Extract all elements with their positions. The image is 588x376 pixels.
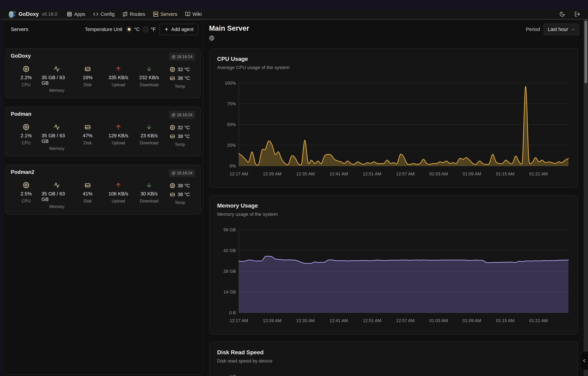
arrow-up-icon: [115, 66, 122, 72]
servers-panel-header: Servers Temperature Unit °C °F Add agent: [3, 21, 203, 35]
page-title: Main Server: [209, 24, 579, 32]
temp-label: Temp: [175, 142, 185, 147]
upload-label: Upload: [112, 198, 125, 203]
nav-item-config[interactable]: Config: [93, 11, 115, 17]
chart-title: Disk Read Speed: [209, 349, 577, 356]
moon-icon[interactable]: [559, 11, 565, 17]
period-control: Period Last hour: [526, 24, 579, 35]
download-value: 23 KB/s: [141, 133, 158, 138]
server-card-podman2[interactable]: Podman2 @ 16:16:24 2.5% CPU 35 GB / 63 G…: [5, 165, 201, 214]
memory-value: 35 GB / 63 GB: [42, 133, 72, 144]
celsius-radio[interactable]: °C: [126, 26, 140, 32]
disk-read-speed-chart[interactable]: 1/2MB/s12:17 AM12:26 AM12:35 AM12:41 AM1…: [209, 370, 577, 376]
upload-value: 106 KB/s: [108, 191, 128, 197]
chevron-left-icon: [582, 358, 587, 363]
memory-usage-chart[interactable]: 56 GB42 GB28 GB14 GB0 B12:17 AM12:26 AM1…: [209, 223, 577, 334]
period-select[interactable]: Last hour: [544, 24, 579, 35]
svg-text:56 GB: 56 GB: [223, 227, 236, 232]
cpu-icon: [170, 183, 175, 188]
cpu-temp-value: 32 °C: [178, 125, 190, 130]
card-header: GoDoxy @ 16:16:24: [11, 53, 195, 61]
hard-drive-icon: [85, 66, 91, 72]
upload-value: 335 KB/s: [108, 75, 128, 80]
disk-temp-value: 38 °C: [178, 192, 190, 197]
nav-label: Routes: [130, 11, 145, 17]
server-card-godoxy[interactable]: GoDoxy @ 16:16:24 2.2% CPU 35 GB / 63 GB…: [5, 49, 201, 98]
disk-temp-row: 38 °C: [170, 133, 190, 140]
nav-item-wiki[interactable]: Wiki: [185, 11, 202, 17]
radio-selected-icon[interactable]: [126, 26, 132, 32]
server-card-podman[interactable]: Podman @ 16:16:24 2.1% CPU 35 GB / 63 GB…: [5, 107, 201, 156]
hard-drive-icon: [85, 182, 91, 188]
server-detail-panel: Main Server Period Last hour CPU Usage A…: [203, 20, 588, 376]
arrow-up-icon: [115, 182, 122, 188]
upload-value: 129 KB/s: [108, 133, 128, 138]
temperature-unit-label: Temperature Unit: [85, 27, 122, 32]
cpu-usage-chart[interactable]: 100%75%50%25%0%12:17 AM12:26 AM12:35 AM1…: [209, 76, 577, 188]
server-stats: 2.5% CPU 35 GB / 63 GB Memory 41% Disk: [11, 182, 195, 209]
hard-drive-icon: [170, 75, 175, 81]
svg-text:25%: 25%: [227, 143, 236, 148]
book-icon: [185, 11, 191, 17]
nav-item-apps[interactable]: Apps: [67, 11, 85, 17]
plus-icon: [164, 27, 169, 32]
stat-disk: 16% Disk: [72, 66, 103, 93]
disk-label: Disk: [84, 198, 92, 203]
nav-item-routes[interactable]: Routes: [122, 11, 145, 17]
vertical-scrollbar[interactable]: [584, 20, 588, 376]
disk-label: Disk: [84, 82, 92, 87]
logout-icon[interactable]: [575, 11, 580, 17]
fahrenheit-radio[interactable]: °F: [143, 26, 156, 32]
temp-label: Temp: [175, 200, 185, 205]
cpu-temp-value: 38 °C: [178, 183, 190, 188]
memory-label: Memory: [49, 204, 64, 209]
activity-icon: [53, 124, 60, 130]
svg-text:42 GB: 42 GB: [223, 248, 236, 253]
cpu-icon: [23, 182, 29, 188]
globe-icon[interactable]: [209, 35, 214, 41]
cpu-label: CPU: [22, 140, 31, 145]
period-value: Last hour: [548, 27, 568, 32]
svg-text:01:21 AM: 01:21 AM: [529, 171, 548, 176]
panel-collapse-handle[interactable]: [580, 351, 588, 370]
add-agent-button[interactable]: Add agent: [160, 24, 198, 35]
server-name: Podman2: [11, 169, 34, 175]
disk-label: Disk: [84, 140, 92, 145]
temperature-unit-control: Temperature Unit °C °F: [85, 26, 156, 32]
scrollbar-thumb[interactable]: [585, 21, 587, 83]
stat-cpu: 2.2% CPU: [11, 66, 42, 93]
stat-download: 23 KB/s Download: [134, 124, 164, 151]
nav-item-servers[interactable]: Servers: [153, 11, 177, 17]
cpu-temp-row: 38 °C: [170, 182, 190, 189]
chart-subtitle: Memory usage of the system: [209, 212, 577, 217]
disk-value: 16%: [83, 75, 93, 80]
svg-text:01:15 AM: 01:15 AM: [496, 318, 514, 323]
stat-cpu: 2.5% CPU: [11, 182, 42, 209]
code-icon: [93, 11, 98, 17]
svg-text:01:03 AM: 01:03 AM: [429, 171, 448, 176]
chart-title: Memory Usage: [209, 202, 577, 209]
brand[interactable]: GoDoxy v0.18.0: [8, 10, 57, 18]
charts-column: CPU Usage Average CPU usage of the syste…: [209, 48, 579, 376]
svg-text:12:35 AM: 12:35 AM: [296, 318, 315, 323]
stat-temp: 32 °C 38 °C Temp: [165, 66, 195, 93]
stat-memory: 35 GB / 63 GB Memory: [42, 182, 72, 209]
memory-label: Memory: [49, 88, 64, 93]
stat-upload: 106 KB/s Upload: [103, 182, 134, 209]
period-label: Period: [526, 27, 540, 32]
nav-label: Apps: [74, 11, 85, 17]
stat-upload: 129 KB/s Upload: [103, 124, 134, 151]
radio-unselected-icon[interactable]: [143, 26, 149, 32]
svg-text:1/2: 1/2: [230, 374, 236, 376]
hard-drive-icon: [170, 192, 175, 197]
svg-text:12:26 AM: 12:26 AM: [263, 318, 281, 323]
svg-text:12:17 AM: 12:17 AM: [230, 171, 248, 176]
godoxy-logo-icon: [8, 10, 16, 18]
cpu-usage-card: CPU Usage Average CPU usage of the syste…: [209, 48, 578, 188]
server-updated-badge: @ 16:16:24: [169, 53, 195, 61]
hard-drive-icon: [85, 124, 91, 130]
main-nav: Apps Config Routes Servers Wiki: [67, 11, 202, 17]
server-updated-badge: @ 16:16:24: [169, 111, 195, 119]
upload-label: Upload: [112, 140, 125, 145]
nav-actions: [559, 11, 580, 17]
